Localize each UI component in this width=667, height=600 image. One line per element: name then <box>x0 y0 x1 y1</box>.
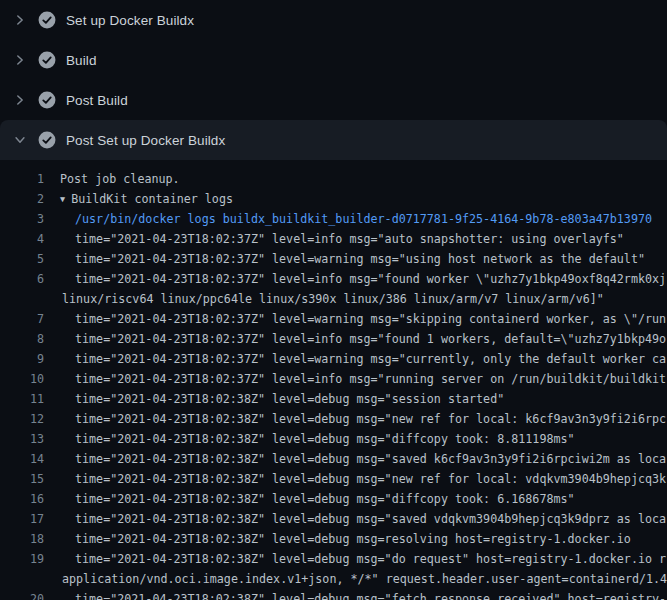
chevron-right-icon[interactable] <box>12 52 28 68</box>
log-line: 13 time="2021-04-23T18:02:38Z" level=deb… <box>0 429 667 449</box>
line-number[interactable]: 12 <box>0 409 44 429</box>
log-line: 12 time="2021-04-23T18:02:38Z" level=deb… <box>0 409 667 429</box>
log-text: time="2021-04-23T18:02:37Z" level=warnin… <box>44 349 666 369</box>
step-title: Build <box>66 53 97 68</box>
log-line: 5 time="2021-04-23T18:02:37Z" level=warn… <box>0 249 667 269</box>
log-line: 6 time="2021-04-23T18:02:37Z" level=info… <box>0 269 667 289</box>
log-text: time="2021-04-23T18:02:38Z" level=debug … <box>44 549 666 569</box>
steps-list: Set up Docker Buildx Build P <box>0 0 667 160</box>
line-number[interactable]: 8 <box>0 329 44 349</box>
log-text: Post job cleanup. <box>44 169 180 189</box>
line-number[interactable]: 3 <box>0 209 44 229</box>
line-number[interactable]: 14 <box>0 449 44 469</box>
line-number[interactable]: 2 <box>0 189 44 209</box>
log-line: 2 ▼BuildKit container logs <box>0 189 667 209</box>
check-circle-icon <box>38 91 56 109</box>
log-text: time="2021-04-23T18:02:38Z" level=debug … <box>44 529 631 549</box>
check-circle-icon <box>38 131 56 149</box>
log-text: application/vnd.oci.image.index.v1+json,… <box>44 569 667 589</box>
log-text: time="2021-04-23T18:02:37Z" level=info m… <box>44 369 666 389</box>
log-text: /usr/bin/docker logs buildx_buildkit_bui… <box>44 209 652 229</box>
line-number[interactable]: 6 <box>0 269 44 289</box>
line-number[interactable]: 19 <box>0 549 44 569</box>
log-text: time="2021-04-23T18:02:38Z" level=debug … <box>44 589 666 600</box>
log-text: time="2021-04-23T18:02:37Z" level=info m… <box>44 329 666 349</box>
log-text: time="2021-04-23T18:02:37Z" level=info m… <box>44 229 624 249</box>
line-number[interactable]: 17 <box>0 509 44 529</box>
log-line: 7 time="2021-04-23T18:02:37Z" level=warn… <box>0 309 667 329</box>
step-row[interactable]: Post Set up Docker Buildx <box>0 120 667 160</box>
line-number[interactable] <box>0 289 44 309</box>
group-toggle-icon[interactable]: ▼ <box>44 189 65 209</box>
log-line: application/vnd.oci.image.index.v1+json,… <box>0 569 667 589</box>
log-text: BuildKit container logs <box>65 189 233 209</box>
line-number[interactable] <box>0 569 44 589</box>
log-text: time="2021-04-23T18:02:38Z" level=debug … <box>44 449 666 469</box>
log-line: 18 time="2021-04-23T18:02:38Z" level=deb… <box>0 529 667 549</box>
log-line: 10 time="2021-04-23T18:02:37Z" level=inf… <box>0 369 667 389</box>
chevron-right-icon[interactable] <box>12 12 28 28</box>
step-title: Post Build <box>66 93 128 108</box>
line-number[interactable]: 4 <box>0 229 44 249</box>
line-number[interactable]: 20 <box>0 589 44 600</box>
log-line: 14 time="2021-04-23T18:02:38Z" level=deb… <box>0 449 667 469</box>
line-number[interactable]: 11 <box>0 389 44 409</box>
log-line: 16 time="2021-04-23T18:02:38Z" level=deb… <box>0 489 667 509</box>
log-line: 15 time="2021-04-23T18:02:38Z" level=deb… <box>0 469 667 489</box>
line-number[interactable]: 9 <box>0 349 44 369</box>
log-line: 19 time="2021-04-23T18:02:38Z" level=deb… <box>0 549 667 569</box>
line-number[interactable]: 18 <box>0 529 44 549</box>
log-text: time="2021-04-23T18:02:38Z" level=debug … <box>44 469 666 489</box>
log-text: time="2021-04-23T18:02:38Z" level=debug … <box>44 409 666 429</box>
log-text: time="2021-04-23T18:02:38Z" level=debug … <box>44 509 666 529</box>
step-row[interactable]: Set up Docker Buildx <box>0 0 667 40</box>
log-line: 1 Post job cleanup. <box>0 169 667 189</box>
log-line: 9 time="2021-04-23T18:02:37Z" level=warn… <box>0 349 667 369</box>
chevron-right-icon[interactable] <box>12 92 28 108</box>
line-number[interactable]: 13 <box>0 429 44 449</box>
check-circle-icon <box>38 51 56 69</box>
job-log-viewer: Set up Docker Buildx Build P <box>0 0 667 600</box>
log-text: time="2021-04-23T18:02:37Z" level=info m… <box>44 269 666 289</box>
chevron-down-icon[interactable] <box>12 132 28 148</box>
log-line: 8 time="2021-04-23T18:02:37Z" level=info… <box>0 329 667 349</box>
log-line: 3 /usr/bin/docker logs buildx_buildkit_b… <box>0 209 667 229</box>
step-row[interactable]: Build <box>0 40 667 80</box>
log-text: linux/riscv64 linux/ppc64le linux/s390x … <box>44 289 604 309</box>
log-area: 1 Post job cleanup. 2 ▼BuildKit containe… <box>0 160 667 600</box>
line-number[interactable]: 7 <box>0 309 44 329</box>
step-title: Set up Docker Buildx <box>66 13 194 28</box>
log-line: 17 time="2021-04-23T18:02:38Z" level=deb… <box>0 509 667 529</box>
check-circle-icon <box>38 11 56 29</box>
log-line: 4 time="2021-04-23T18:02:37Z" level=info… <box>0 229 667 249</box>
line-number[interactable]: 15 <box>0 469 44 489</box>
log-text: time="2021-04-23T18:02:38Z" level=debug … <box>44 489 575 509</box>
log-line: linux/riscv64 linux/ppc64le linux/s390x … <box>0 289 667 309</box>
log-text: time="2021-04-23T18:02:38Z" level=debug … <box>44 389 504 409</box>
line-number[interactable]: 16 <box>0 489 44 509</box>
line-number[interactable]: 5 <box>0 249 44 269</box>
step-row[interactable]: Post Build <box>0 80 667 120</box>
line-number[interactable]: 1 <box>0 169 44 189</box>
step-title: Post Set up Docker Buildx <box>66 133 225 148</box>
log-text: time="2021-04-23T18:02:38Z" level=debug … <box>44 429 575 449</box>
line-number[interactable]: 10 <box>0 369 44 389</box>
log-text: time="2021-04-23T18:02:37Z" level=warnin… <box>44 309 666 329</box>
log-line: 11 time="2021-04-23T18:02:38Z" level=deb… <box>0 389 667 409</box>
log-line: 20 time="2021-04-23T18:02:38Z" level=deb… <box>0 589 667 600</box>
log-text: time="2021-04-23T18:02:37Z" level=warnin… <box>44 249 645 269</box>
